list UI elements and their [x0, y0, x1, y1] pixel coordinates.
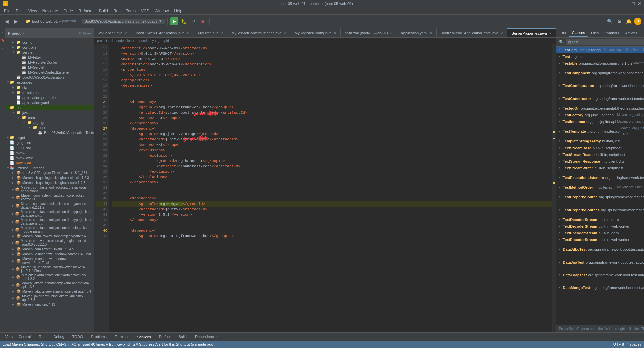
tab-boot05app[interactable]: Boot05Web01Application.java ✕: [131, 28, 194, 37]
result-textstreamwriter[interactable]: ● TextStreamWriter built-in, scripthost: [556, 165, 644, 171]
tree-item-controller[interactable]: ▶ 📁 controller: [5, 45, 94, 50]
tab-myservlet[interactable]: MyServlet.java ✕: [94, 28, 131, 37]
result-testcomponent[interactable]: ● TestComponent org.springframework.boot…: [556, 67, 644, 79]
tree-item-atguigu[interactable]: ▼ 📁 atguigu: [5, 120, 94, 125]
tree-item-boot05tests[interactable]: ☕ Boot05Web01ApplicationTests: [5, 130, 94, 135]
tree-item-myservletcontextlistener[interactable]: ☕ MyServletContextListener: [5, 70, 94, 75]
collapse-all-icon[interactable]: ≡: [78, 31, 81, 36]
tree-item-logback-core[interactable]: ▶ 📦 Maven: ch.qos.logback:logback-core:1…: [5, 180, 94, 185]
tree-item-jakarta-activation[interactable]: ▶ 📦 Maven: jakarta.activation:jakarta.ac…: [5, 273, 94, 281]
breadcrumb-dependency[interactable]: dependency: [136, 39, 154, 43]
tree-item-mvnw[interactable]: 📄 mvnw: [5, 150, 94, 155]
tab-close-icon[interactable]: ✕: [283, 31, 286, 35]
result-testconstructor[interactable]: ● TestConstructor org.springframework.te…: [556, 92, 644, 105]
tab-serverproperties[interactable]: ServerProperties.java ✕: [507, 28, 556, 37]
result-textstreambase[interactable]: ● TextStreamBase built-in, scripthost: [556, 144, 644, 151]
result-testinstance[interactable]: ● TestInstance org.junit.jupiter.api Mav…: [556, 118, 644, 125]
tab-close-icon[interactable]: ✕: [500, 31, 503, 35]
result-textencoderstream-dom[interactable]: ● TextEncoderStream built-in, dom: [556, 230, 644, 236]
search-tab-classes[interactable]: Classes: [569, 29, 588, 37]
tree-item-test-java[interactable]: ▼ 📁 java: [5, 110, 94, 115]
bottom-tab-terminal[interactable]: Terminal: [112, 334, 131, 339]
result-test-junit[interactable]: ● Test org.junit Maven: junit:junit:4.13…: [556, 53, 644, 60]
search-tab-files[interactable]: Files: [588, 30, 601, 36]
bookmarks-icon[interactable]: 🔖: [0, 36, 5, 44]
result-datajpatest[interactable]: ● DataJpaTest org.springframework.boot.t…: [556, 256, 644, 269]
menu-item-window[interactable]: Window: [152, 8, 172, 14]
tab-close-icon[interactable]: ✕: [124, 31, 127, 35]
breadcrumb-groupid[interactable]: groupId: [158, 39, 169, 43]
tree-item-jackson-ann[interactable]: ▶ 📦 Maven: com.fasterxml.jackson.core:ja…: [5, 185, 94, 193]
tree-item-logback-classic[interactable]: ▶ 📦 Maven: ch.qos.logback:logback-classi…: [5, 175, 94, 180]
tree-item-app-properties[interactable]: 📄 application.properties: [5, 95, 94, 100]
tab-close-icon[interactable]: ✕: [220, 31, 223, 35]
result-textstreamreader[interactable]: ● TextStreamReader built-in, scripthost: [556, 151, 644, 158]
run-config-selector[interactable]: Boot05Web01ApplicationTests.contextLoads…: [82, 19, 165, 24]
tab-close-icon[interactable]: ✕: [549, 32, 552, 35]
project-header-dropdown[interactable]: ▼: [22, 32, 25, 35]
tree-item-app-yaml[interactable]: 📄 application.yaml: [5, 100, 94, 105]
tab-myfilter[interactable]: MyFilter.java ✕: [194, 28, 228, 37]
tree-item-undertow-ws[interactable]: ▶ 📦 Maven: io.undertow:undertow-websocke…: [5, 265, 94, 273]
menu-item-run[interactable]: Run: [111, 8, 123, 14]
tree-item-gitignore[interactable]: 📄 .gitignore: [5, 140, 94, 145]
tree-item-jakarta-servlet[interactable]: ▶ 📦 Maven: jakarta.servlet:jakarta.servl…: [5, 289, 94, 294]
tab-boot05tests[interactable]: Boot05Web01ApplicationTests.java ✕: [437, 28, 507, 37]
tree-item-jayway[interactable]: ▶ 📦 Maven: com.jayway.jsonpath:json-path…: [5, 234, 94, 239]
result-templatestringsarray[interactable]: ● TemplateStringsArray built-in, es5: [556, 138, 644, 144]
bottom-tab-build[interactable]: Build: [176, 334, 189, 339]
coverage-button[interactable]: ☑: [189, 17, 197, 25]
line-ending-label[interactable]: 4 spaces: [627, 342, 641, 346]
tab-close-icon[interactable]: ✕: [334, 31, 336, 35]
tree-item-jdk[interactable]: ▶ 📦 < 1.8 > C:\Program Files\Java\jdk1.8…: [5, 170, 94, 175]
result-textstreamresponse[interactable]: ● TextStreamResponse http-client.d.ts: [556, 158, 644, 165]
tree-item-vaadin[interactable]: ▶ 📦 Maven: com.vaadin.external.google:an…: [5, 239, 94, 247]
code-content[interactable]: Junit5版本 ↙ Junit4版本 ↙ <artifactId>boot-0…: [109, 44, 556, 332]
result-datajdbctest[interactable]: ● DataJdbcTest org.springframework.boot.…: [556, 243, 644, 256]
tree-item-hikaricp[interactable]: ▶ 📦 Maven: com.zaxxer:HikariCP:3.4.5: [5, 247, 94, 252]
maximize-button[interactable]: □: [632, 1, 635, 6]
tree-item-jackson-module[interactable]: ▶ 📦 Maven: com.fasterxml.jackson.module:…: [5, 226, 94, 234]
bottom-tab-problems[interactable]: Problems: [88, 334, 109, 339]
back-button[interactable]: ◀: [3, 17, 11, 25]
result-textdecoderstream-webworker[interactable]: ● TextDecoderStream built-in, webworker: [556, 223, 644, 230]
encoding-label[interactable]: UTF-8: [613, 342, 624, 346]
tree-item-pomxml[interactable]: 📄 pom.xml: [5, 160, 94, 165]
project-sidebar-icon[interactable]: P: [0, 28, 5, 36]
tab-close-icon[interactable]: ✕: [430, 31, 432, 35]
tree-item-config[interactable]: ▶ 📁 config: [5, 40, 94, 45]
run-config-dropdown-icon[interactable]: ▼: [159, 19, 162, 23]
bottom-tab-services[interactable]: Services: [134, 334, 153, 340]
debug-button[interactable]: 🐛: [180, 17, 188, 25]
minimize-button[interactable]: —: [625, 1, 629, 6]
result-testconfiguration[interactable]: ● TestConfiguration org.springframework.…: [556, 79, 644, 92]
project-selector[interactable]: 📁 boot-05-web-01 ▸ pom.xml: [26, 19, 76, 23]
bottom-tab-dependencies[interactable]: Dependencies: [192, 334, 221, 339]
tree-item-jackson-core[interactable]: ▶ 📦 Maven: com.fasterxml.jackson.core:ja…: [5, 193, 94, 201]
breadcrumb-project[interactable]: project: [97, 39, 107, 43]
result-textdecoderstream-dom[interactable]: ● TextDecoderStream built-in, dom: [556, 216, 644, 223]
result-testpropertysource[interactable]: ● TestPropertySource org.springframework…: [556, 191, 644, 204]
tree-item-resources[interactable]: ▼ 📁 resources: [5, 80, 94, 85]
bottom-tab-run[interactable]: Run: [36, 334, 48, 339]
tree-item-templates[interactable]: ▶ 📁 templates: [5, 90, 94, 95]
tree-item-servlet[interactable]: ▼ 📁 servlet: [5, 50, 94, 55]
close-button[interactable]: ✕: [637, 1, 641, 6]
search-tab-all[interactable]: All: [559, 30, 569, 36]
tree-item-jakarta-annotation[interactable]: ▶ 📦 Maven: jakarta.annotation:jakarta.an…: [5, 281, 94, 289]
minimize-panel-icon[interactable]: —: [87, 31, 91, 36]
tree-item-jackson-jsr[interactable]: ▶ 📦 Maven: com.fasterxml.jackson.datatyp…: [5, 218, 94, 226]
tree-item-external-libs[interactable]: ▼ 📚 External Libraries: [5, 165, 94, 170]
menu-item-refactor[interactable]: Refactor: [76, 8, 96, 14]
menu-item-view[interactable]: View: [25, 8, 40, 14]
tree-item-myfilter[interactable]: ☕ MyFilter: [5, 55, 94, 60]
code-editor[interactable]: 1213141516 1718192021 2223242526 2728293…: [94, 44, 556, 332]
tree-item-jackson-databind[interactable]: ▶ 📦 Maven: com.fasterxml.jackson.core:ja…: [5, 201, 94, 210]
notifications-button[interactable]: 🔔: [625, 17, 633, 25]
result-testmethodorder[interactable]: ● TestMethodOrder ...jupiter.api Maven: …: [556, 184, 644, 191]
settings-icon[interactable]: ⚙: [82, 31, 86, 36]
tab-close-icon[interactable]: ✕: [187, 31, 190, 35]
structure-icon[interactable]: ≡: [0, 44, 5, 52]
tree-item-static[interactable]: ▶ 📁 static: [5, 85, 94, 90]
search-everywhere-button[interactable]: 🔍: [606, 17, 614, 25]
